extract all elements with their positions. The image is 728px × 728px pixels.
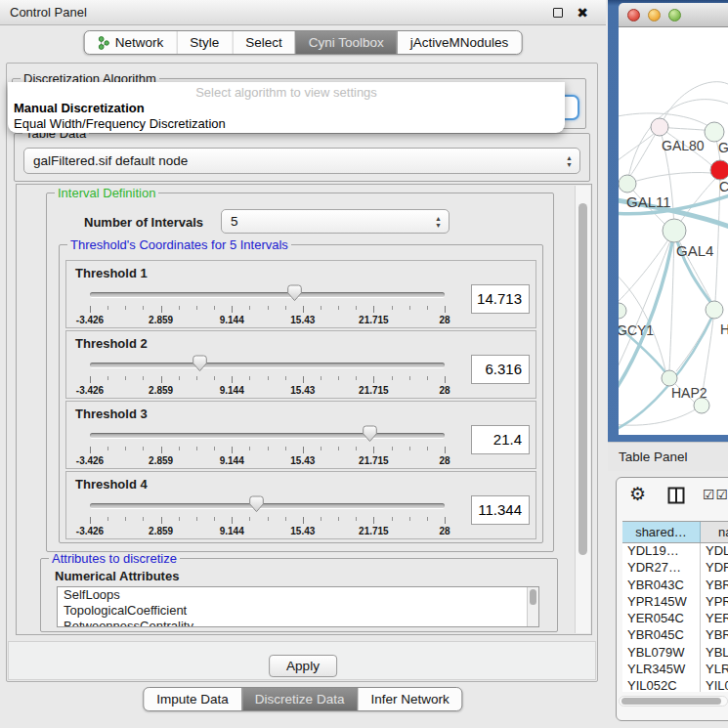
numerical-attributes-list[interactable]: SelfLoopsTopologicalCoefficientBetweenne… — [57, 586, 539, 627]
table-row[interactable]: YBL079WYBL0 — [622, 645, 728, 662]
network-node[interactable] — [694, 398, 709, 413]
split-columns-icon[interactable] — [667, 487, 685, 504]
tick-mark — [214, 447, 215, 450]
cell-name: YDL1 — [701, 543, 728, 560]
threshold-value-field[interactable]: 6.316 — [471, 355, 530, 384]
column-header-na[interactable]: na — [701, 522, 728, 542]
threshold-row: -3.4262.8599.14415.4321.7152811.344 — [76, 494, 530, 537]
cell-name: YPR1 — [701, 594, 728, 611]
tick-mark — [249, 447, 250, 450]
tab-discretize-data[interactable]: Discretize Data — [241, 688, 358, 710]
scrollbar-thumb[interactable] — [621, 698, 721, 705]
slider-ticks — [90, 376, 445, 384]
attributes-list-scrollbar[interactable] — [527, 587, 538, 626]
thresholds-group-title: Threshold's Coordinates for 5 Intervals — [67, 238, 291, 252]
threshold-label: Threshold 4 — [75, 477, 148, 492]
network-node-gal4[interactable] — [663, 219, 686, 242]
close-icon[interactable]: ✖ — [577, 0, 588, 25]
tick-mark — [392, 447, 393, 450]
zoom-traffic-light-icon[interactable] — [668, 9, 681, 21]
attribute-item-topologicalcoefficient[interactable]: TopologicalCoefficient — [58, 603, 538, 619]
tab-select[interactable]: Select — [232, 31, 295, 54]
tick-mark — [445, 447, 446, 453]
table-panel-content: ⚙ ☑☑ shared…na YDL19…YDL1YDR27…YDR2YBR04… — [616, 477, 728, 721]
table-data-combobox[interactable]: galFiltered.sif default node ▲ ▼ — [23, 148, 580, 174]
tab-infer-network-label: Infer Network — [370, 692, 449, 707]
threshold-value-field[interactable]: 11.344 — [471, 495, 530, 525]
scrollbar-thumb[interactable] — [530, 589, 536, 605]
tick-mark — [373, 447, 374, 453]
algorithm-option-equal-width-frequency-discretization[interactable]: Equal Width/Frequency Discretization — [8, 116, 565, 132]
threshold-slider[interactable]: -3.4262.8599.14415.4321.71528 — [76, 354, 458, 397]
tick-mark — [107, 447, 108, 450]
table-row[interactable]: YER054CYER0 — [622, 611, 728, 627]
close-traffic-light-icon[interactable] — [627, 9, 640, 21]
slider-thumb[interactable] — [363, 425, 377, 443]
tick-label: 28 — [439, 526, 450, 536]
tick-label: 15.43 — [290, 455, 315, 466]
algorithm-option-manual-discretization[interactable]: Manual Discretization — [8, 101, 565, 116]
table-row[interactable]: YLR345WYLR3 — [622, 662, 728, 678]
tick-label: -3.426 — [76, 315, 104, 325]
minimize-traffic-light-icon[interactable] — [648, 9, 661, 21]
threshold-value-field[interactable]: 14.713 — [471, 284, 530, 314]
tab-jactivemnodules[interactable]: jActiveMNodules — [397, 31, 522, 54]
table-row[interactable]: YBR045CYBR0 — [622, 627, 728, 644]
network-node-gal80[interactable] — [651, 118, 668, 136]
tick-mark — [214, 306, 215, 310]
network-node-c[interactable] — [710, 160, 728, 180]
algorithm-options: Manual DiscretizationEqual Width/Frequen… — [8, 101, 565, 132]
attribute-item-selfloops[interactable]: SelfLoops — [58, 587, 538, 603]
network-window-titlebar[interactable] — [619, 3, 728, 27]
table-row[interactable]: YPR145WYPR1 — [622, 594, 728, 611]
tick-mark — [143, 517, 144, 521]
apply-button[interactable]: Apply — [269, 655, 337, 677]
tick-mark — [356, 447, 357, 450]
table-horizontal-scrollbar[interactable] — [619, 696, 728, 707]
network-node-ga[interactable] — [705, 122, 724, 142]
threshold-value-field[interactable]: 21.4 — [471, 425, 530, 454]
tick-mark — [90, 306, 91, 313]
tick-mark — [232, 447, 233, 453]
tab-network[interactable]: Network — [85, 31, 177, 54]
tick-mark — [373, 517, 374, 524]
tick-mark — [90, 447, 91, 453]
threshold-slider[interactable]: -3.4262.8599.14415.4321.71528 — [76, 424, 458, 467]
slider-thumb[interactable] — [287, 284, 302, 302]
stepper-up-icon: ▲ — [566, 154, 573, 161]
network-node-gcy1[interactable] — [619, 303, 626, 319]
column-header-shared[interactable]: shared… — [622, 522, 701, 542]
slider-thumb[interactable] — [249, 495, 264, 513]
scrollbar-thumb[interactable] — [578, 203, 587, 555]
tick-label: 21.715 — [359, 385, 389, 396]
table-row[interactable]: YDR27…YDR2 — [622, 560, 728, 577]
thresholds-group: Threshold's Coordinates for 5 Intervals … — [59, 244, 543, 543]
num-intervals-value: 5 — [231, 214, 238, 229]
threshold-slider[interactable]: -3.4262.8599.14415.4321.71528 — [76, 283, 458, 326]
tab-cyni-toolbox[interactable]: Cyni Toolbox — [295, 31, 397, 54]
table-row[interactable]: YBR043CYBR0 — [622, 578, 728, 594]
network-canvas[interactable]: GAL80GACGAL11GAL4GCY1HHAP2 — [619, 27, 728, 435]
network-node-h[interactable] — [706, 301, 723, 319]
tick-mark — [303, 517, 304, 524]
tick-mark — [338, 447, 339, 450]
attribute-item-betweennesscentrality[interactable]: BetweennessCentrality — [58, 619, 538, 627]
tick-mark — [445, 376, 446, 383]
tab-infer-network[interactable]: Infer Network — [357, 688, 461, 710]
threshold-slider[interactable]: -3.4262.8599.14415.4321.71528 — [76, 494, 458, 537]
network-node-gal11[interactable] — [619, 175, 636, 193]
table-row[interactable]: YIL052CYIL0 — [622, 678, 728, 692]
gear-icon[interactable]: ⚙ — [629, 483, 646, 505]
content-vertical-scrollbar[interactable] — [575, 186, 590, 633]
num-intervals-combobox[interactable]: 5 ▲ ▼ — [221, 209, 450, 234]
slider-thumb[interactable] — [193, 355, 207, 372]
tick-mark — [356, 376, 357, 380]
float-window-icon[interactable] — [553, 8, 563, 18]
tab-impute-data[interactable]: Impute Data — [144, 688, 241, 710]
table-row[interactable]: YDL19…YDL1 — [622, 543, 728, 560]
cell-name: YBL0 — [701, 645, 728, 662]
tab-style[interactable]: Style — [176, 31, 232, 54]
network-node-hap2[interactable] — [662, 370, 677, 386]
checkbox-columns-icon[interactable]: ☑☑ — [703, 487, 728, 502]
cell-name: YBR0 — [701, 627, 728, 644]
